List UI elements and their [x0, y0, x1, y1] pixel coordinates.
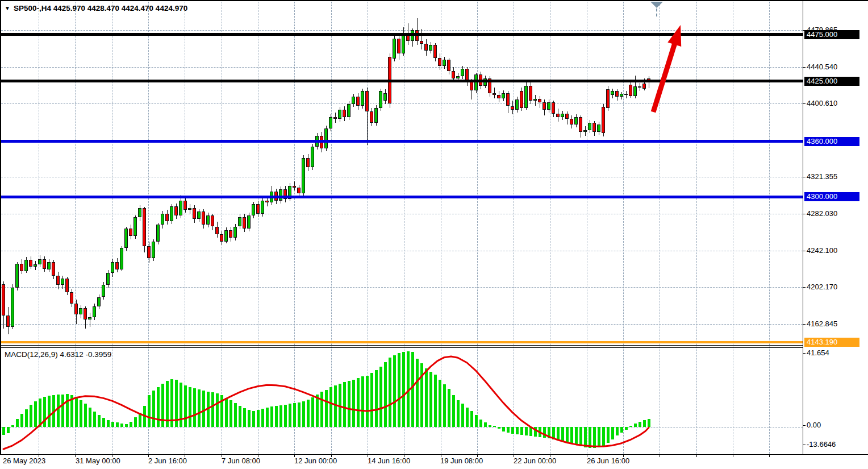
candle [97, 297, 101, 306]
candle [24, 260, 28, 271]
macd-histogram-bar [116, 422, 119, 427]
macd-histogram-bar [339, 384, 341, 428]
macd-histogram-bar [16, 419, 19, 427]
candle [383, 93, 387, 101]
vertical-gridline [514, 2, 514, 454]
macd-histogram-bar [439, 380, 441, 427]
macd-histogram-bar [639, 422, 641, 427]
macd-histogram-bar [39, 399, 41, 427]
macd-histogram-bar [111, 422, 114, 427]
candle [179, 201, 182, 215]
macd-histogram-bar [529, 427, 532, 436]
macd-histogram-bar [220, 395, 223, 427]
candle [74, 304, 78, 315]
candle [374, 108, 378, 123]
candle [147, 246, 151, 258]
macd-histogram-bar [157, 387, 160, 427]
symbol-dropdown-icon[interactable]: ▼ [5, 5, 10, 11]
macd-histogram-bar [161, 384, 164, 428]
macd-histogram-bar [20, 414, 23, 427]
vertical-gridline [258, 2, 258, 454]
candle [602, 107, 605, 133]
candle [174, 206, 178, 215]
macd-histogram-bar [98, 415, 101, 427]
macd-histogram-bar [502, 427, 505, 431]
macd-histogram-bar [198, 389, 201, 427]
macd-histogram-bar [616, 427, 619, 435]
macd-histogram-bar [75, 397, 78, 427]
time-axis-label: 26 Jun 16:00 [587, 456, 629, 465]
macd-histogram-bar [143, 406, 146, 428]
candle [124, 229, 128, 248]
candle [620, 94, 623, 97]
macd-histogram-bar [620, 427, 623, 433]
candle [224, 230, 228, 242]
candle [497, 95, 500, 99]
candle [247, 215, 251, 229]
chart-shift-marker-icon[interactable] [650, 2, 663, 8]
time-axis-label: 14 Jun 16:00 [368, 456, 410, 465]
macd-histogram-bar [134, 417, 137, 427]
vertical-gridline [660, 2, 660, 454]
vertical-gridline [733, 2, 733, 454]
candle [365, 91, 369, 111]
candle [93, 306, 96, 318]
candle [324, 128, 328, 149]
macd-histogram-bar [379, 367, 382, 427]
macd-histogram-bar [43, 397, 46, 427]
candle [102, 285, 105, 297]
price-axis-label: 4242.100 [807, 246, 837, 255]
candle [152, 242, 155, 258]
price-level-line[interactable] [1, 33, 803, 36]
macd-histogram-bar [225, 398, 228, 428]
macd-histogram-bar [598, 427, 600, 447]
candle [443, 60, 446, 66]
vertical-gridline [222, 2, 222, 454]
candle [293, 186, 296, 188]
macd-histogram-bar [211, 392, 214, 427]
macd-histogram-bar [302, 401, 305, 427]
macd-histogram-bar [216, 393, 219, 427]
macd-histogram-bar [552, 427, 555, 439]
macd-histogram-bar [361, 376, 364, 427]
macd-histogram-bar [607, 427, 610, 443]
macd-histogram-bar [498, 427, 500, 429]
candle [38, 259, 41, 265]
macd-axis-label: 0.00 [807, 421, 821, 429]
candle [629, 85, 632, 96]
macd-histogram-bar [548, 427, 550, 438]
macd-histogram-bar [57, 395, 60, 427]
macd-histogram-bar [316, 395, 319, 427]
macd-histogram-bar [120, 424, 123, 427]
vertical-gridline [696, 2, 697, 454]
macd-histogram-bar [284, 405, 287, 427]
vertical-gridline [148, 2, 149, 454]
candle [165, 214, 169, 221]
macd-histogram-bar [611, 427, 614, 439]
candle [329, 117, 332, 128]
frame-bottom [0, 454, 868, 455]
macd-histogram-bar [11, 425, 14, 427]
macd-histogram-bar [80, 400, 82, 427]
chart-title: ▼SP500-,H4 4425.970 4428.470 4424.470 44… [5, 4, 187, 13]
candle [161, 214, 164, 225]
price-level-line[interactable] [1, 341, 803, 343]
macd-histogram-bar [402, 352, 405, 427]
vertical-gridline [477, 2, 478, 454]
price-level-line[interactable] [1, 196, 803, 198]
macd-histogram-bar [352, 380, 355, 427]
mt4-chart-window: 4475.0004425.0004360.0004300.0004143.190… [0, 0, 868, 469]
macd-histogram-bar [180, 383, 182, 427]
price-level-line[interactable] [1, 80, 803, 82]
macd-histogram-bar [30, 405, 32, 427]
macd-histogram-bar [534, 427, 537, 437]
candle [261, 201, 264, 214]
candle [456, 76, 460, 78]
macd-histogram-bar [348, 381, 350, 427]
vertical-gridline [769, 2, 770, 454]
candle [542, 102, 546, 110]
candle [433, 45, 437, 58]
horizontal-gridline [1, 103, 803, 104]
price-level-line[interactable] [1, 140, 803, 143]
macd-histogram-bar [520, 427, 523, 435]
